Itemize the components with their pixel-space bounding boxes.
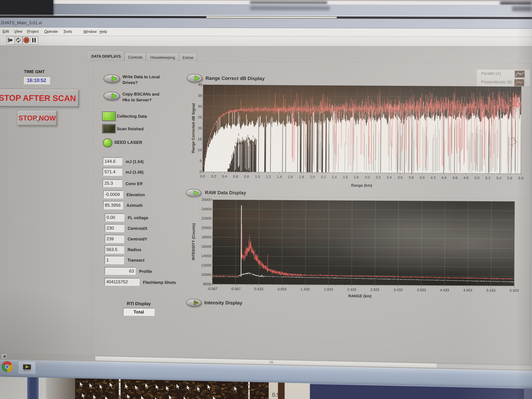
svg-text:0.8: 0.8 — [244, 175, 249, 179]
svg-text:5.933: 5.933 — [510, 288, 519, 292]
svg-text:26000: 26000 — [202, 198, 211, 202]
svg-text:-0.067: -0.067 — [230, 287, 241, 291]
svg-text:1.933: 1.933 — [324, 287, 333, 291]
svg-text:0.6: 0.6 — [233, 175, 238, 178]
svg-text:14000: 14000 — [201, 254, 211, 258]
svg-text:0: 0 — [200, 170, 202, 174]
svg-text:10000: 10000 — [201, 273, 211, 277]
svg-text:18000: 18000 — [201, 235, 211, 239]
svg-text:5.4: 5.4 — [496, 176, 501, 180]
svg-text:5.2: 5.2 — [485, 176, 490, 180]
svg-text:Range Corrected dB Signal: Range Corrected dB Signal — [191, 103, 196, 153]
svg-text:3.2: 3.2 — [376, 175, 381, 179]
svg-text:5.6: 5.6 — [507, 176, 512, 180]
svg-text:4.4: 4.4 — [441, 176, 446, 180]
svg-text:2.933: 2.933 — [370, 288, 379, 292]
svg-text:2.0: 2.0 — [310, 175, 315, 179]
svg-text:10: 10 — [198, 148, 202, 152]
svg-text:RANGE (km): RANGE (km) — [348, 294, 372, 298]
svg-text:4.6: 4.6 — [452, 176, 457, 180]
svg-text:35: 35 — [198, 94, 202, 98]
svg-text:3.0: 3.0 — [365, 175, 370, 179]
svg-text:1.6: 1.6 — [288, 175, 293, 179]
svg-text:5: 5 — [200, 159, 202, 163]
svg-text:2.6: 2.6 — [343, 175, 348, 179]
svg-text:30: 30 — [198, 104, 202, 108]
svg-text:1.0: 1.0 — [255, 175, 260, 179]
svg-text:4.933: 4.933 — [463, 288, 472, 292]
svg-text:0.933: 0.933 — [278, 287, 286, 291]
svg-text:22000: 22000 — [201, 216, 211, 220]
svg-text:0.4: 0.4 — [222, 175, 227, 178]
svg-text:12000: 12000 — [201, 263, 211, 267]
svg-text:5.0: 5.0 — [475, 176, 480, 180]
svg-text:2.433: 2.433 — [347, 288, 356, 291]
svg-text:INTENSITY (Counts): INTENSITY (Counts) — [191, 223, 196, 260]
svg-text:16000: 16000 — [201, 245, 211, 249]
svg-text:5.8: 5.8 — [518, 176, 523, 180]
svg-text:20000: 20000 — [201, 226, 211, 230]
svg-text:3.4: 3.4 — [387, 175, 392, 179]
svg-text:1.8: 1.8 — [299, 175, 304, 179]
svg-text:4.433: 4.433 — [440, 288, 449, 292]
svg-text:3.6: 3.6 — [398, 175, 403, 179]
svg-text:1.433: 1.433 — [301, 287, 310, 291]
svg-text:15: 15 — [198, 137, 202, 141]
svg-text:-0.567: -0.567 — [207, 287, 217, 291]
svg-text:3.8: 3.8 — [409, 176, 414, 180]
svg-text:3.433: 3.433 — [393, 288, 403, 292]
svg-text:0.0: 0.0 — [200, 174, 205, 178]
svg-text:Range (km): Range (km) — [351, 183, 372, 188]
svg-text:2.8: 2.8 — [354, 175, 359, 179]
svg-text:1.2: 1.2 — [266, 175, 271, 179]
svg-text:40: 40 — [198, 83, 202, 87]
svg-text:2.2: 2.2 — [321, 175, 326, 179]
svg-text:0.433: 0.433 — [254, 287, 263, 291]
svg-text:20: 20 — [198, 126, 202, 130]
svg-text:1.4: 1.4 — [277, 175, 282, 179]
svg-text:4.2: 4.2 — [431, 176, 436, 180]
svg-text:0.2: 0.2 — [211, 174, 216, 178]
svg-text:3.933: 3.933 — [417, 288, 426, 292]
svg-text:25: 25 — [198, 115, 202, 119]
svg-text:4.0: 4.0 — [419, 176, 424, 180]
svg-text:8000: 8000 — [203, 282, 211, 286]
svg-text:2.4: 2.4 — [332, 175, 337, 179]
svg-text:24000: 24000 — [202, 207, 211, 211]
svg-text:4.8: 4.8 — [463, 176, 469, 180]
svg-text:5.433: 5.433 — [486, 288, 495, 292]
